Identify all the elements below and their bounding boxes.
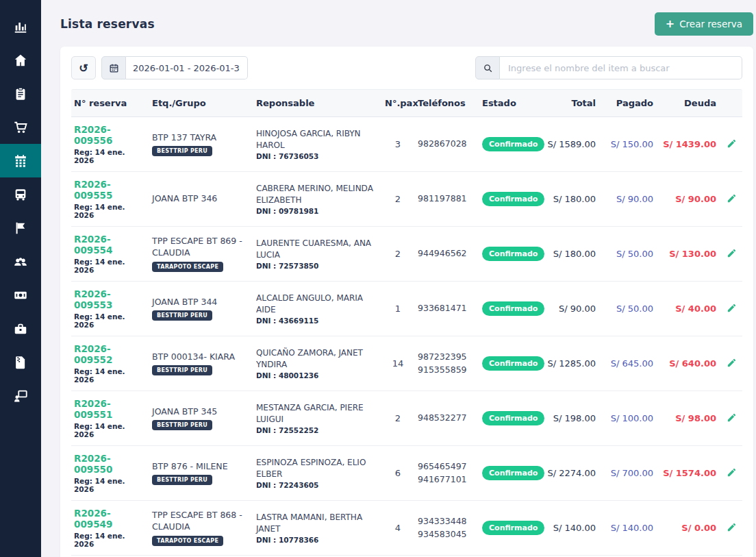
sidebar-item-users[interactable] [0, 245, 41, 278]
reservation-link[interactable]: R2026-009556 [74, 124, 145, 146]
registration-date: Reg: 14 ene. 2026 [74, 312, 145, 329]
total-amount: S/ 1285.00 [541, 357, 598, 370]
calendar-icon [13, 153, 28, 169]
status-badge: Confirmado [482, 466, 544, 480]
status-badge: Confirmado [482, 247, 544, 261]
reservation-link[interactable]: R2026-009555 [74, 179, 145, 201]
search-input[interactable] [500, 56, 742, 79]
debt-amount: S/ 90.00 [657, 193, 719, 206]
sidebar-item-archive-file[interactable] [0, 345, 41, 379]
pax-count: 2 [382, 412, 414, 425]
cart-icon [13, 120, 28, 135]
registration-date: Reg: 14 ene. 2026 [74, 148, 145, 164]
phones: 981197881 [415, 191, 478, 207]
trainer-icon [13, 388, 28, 404]
table-row: R2026-009552 Reg: 14 ene. 2026 BTP 00013… [71, 336, 742, 391]
edit-button[interactable] [727, 193, 737, 203]
sidebar-item-home[interactable] [0, 43, 41, 77]
sidebar-item-bar-chart[interactable] [0, 10, 41, 43]
sidebar-item-clipboard[interactable] [0, 77, 41, 110]
pax-count: 2 [382, 193, 414, 206]
sidebar-item-bus[interactable] [0, 177, 41, 211]
debt-amount: S/ 98.00 [657, 412, 719, 425]
reservation-link[interactable]: R2026-009552 [74, 343, 145, 365]
col-deuda: Deuda [657, 90, 719, 116]
responsible-dni: DNI : 43669115 [256, 317, 378, 325]
status-badge: Confirmado [482, 356, 544, 371]
total-amount: S/ 198.00 [541, 412, 598, 425]
col-telefonos: Teléfonos [415, 90, 478, 116]
users-icon [13, 254, 28, 269]
table-header: N° reserva Etq./Grupo Reponsable N°.pax … [71, 89, 742, 117]
registration-date: Reg: 14 ene. 2026 [74, 477, 145, 493]
agency-badge: BESTTRIP PERU [152, 365, 212, 375]
page-header: Lista reservas + Crear reserva [41, 0, 756, 47]
table-row: R2026-009553 Reg: 14 ene. 2026 JOANA BTP… [71, 282, 742, 336]
edit-button[interactable] [727, 358, 737, 368]
sidebar-item-flag[interactable] [0, 211, 41, 245]
responsible-dni: DNI : 76736053 [256, 152, 378, 160]
pax-count: 14 [382, 357, 414, 370]
date-range-input[interactable] [126, 56, 248, 79]
phones: 982867028 [415, 136, 478, 152]
reservation-link[interactable]: R2026-009551 [74, 398, 145, 420]
pax-count: 4 [382, 521, 414, 534]
total-amount: S/ 140.00 [541, 521, 598, 534]
total-amount: S/ 1589.00 [541, 138, 598, 151]
edit-button[interactable] [727, 303, 737, 313]
archive-file-icon [13, 355, 28, 370]
clipboard-icon [13, 86, 28, 101]
reservation-link[interactable]: R2026-009550 [74, 453, 145, 475]
agency-badge: BESTTRIP PERU [152, 310, 212, 321]
phones: 934333448934583045 [415, 514, 478, 543]
debt-amount: S/ 1574.00 [657, 467, 719, 480]
responsible-dni: DNI : 10778366 [256, 536, 378, 544]
group-name: JOANA BTP 345 [152, 406, 249, 418]
responsible-dni: DNI : 72552252 [256, 426, 378, 434]
edit-button[interactable] [727, 467, 737, 478]
sidebar-item-trainer[interactable] [0, 379, 41, 412]
group-name: BTP 000134- KIARA [152, 351, 249, 363]
phones: 987232395915355859 [415, 349, 478, 378]
edit-button[interactable] [727, 412, 737, 423]
edit-button[interactable] [727, 138, 737, 149]
table-row: R2026-009554 Reg: 14 ene. 2026 TPP ESCAP… [71, 227, 742, 282]
calendar-addon-icon [101, 56, 126, 79]
registration-date: Reg: 14 ene. 2026 [74, 367, 145, 384]
debt-amount: S/ 1439.00 [657, 138, 719, 151]
registration-date: Reg: 14 ene. 2026 [74, 203, 145, 219]
paid-amount: S/ 140.00 [600, 521, 656, 534]
edit-button[interactable] [727, 248, 737, 258]
agency-badge: TARAPOTO ESCAPE [152, 536, 223, 546]
sidebar-item-calendar[interactable] [0, 144, 41, 177]
search-group [475, 56, 742, 79]
undo-icon: ↺ [79, 62, 88, 75]
reservation-link[interactable]: R2026-009553 [74, 288, 145, 310]
search-icon [475, 56, 500, 79]
debt-amount: S/ 40.00 [657, 302, 719, 315]
sidebar-item-money[interactable] [0, 278, 41, 312]
date-range-group [101, 56, 248, 79]
reservation-link[interactable]: R2026-009549 [74, 508, 145, 530]
debt-amount: S/ 640.00 [657, 357, 719, 370]
reservations-card: ↺ N° reserva Etq./Grupo Reponsable [60, 47, 753, 557]
group-name: JOANA BTP 344 [152, 297, 249, 308]
paid-amount: S/ 150.00 [600, 138, 656, 151]
edit-button[interactable] [727, 522, 737, 532]
debt-amount: S/ 130.00 [657, 247, 719, 260]
sidebar-item-cart[interactable] [0, 110, 41, 144]
reset-filter-button[interactable]: ↺ [71, 56, 96, 79]
phones: 944946562 [415, 246, 478, 262]
col-pagado: Pagado [600, 90, 656, 116]
paid-amount: S/ 50.00 [600, 247, 656, 260]
reservation-link[interactable]: R2026-009554 [74, 234, 145, 256]
bus-icon [13, 187, 28, 202]
responsible-name: ESPINOZA ESPINOZA, ELIO ELBER [256, 457, 378, 479]
status-badge: Confirmado [482, 137, 544, 151]
table-row: R2026-009550 Reg: 14 ene. 2026 BTP 876 -… [71, 446, 742, 501]
sidebar-item-toolbox[interactable] [0, 312, 41, 345]
paid-amount: S/ 645.00 [600, 357, 656, 370]
status-badge: Confirmado [482, 301, 544, 316]
col-actions [720, 96, 742, 111]
create-reservation-button[interactable]: + Crear reserva [655, 12, 753, 36]
